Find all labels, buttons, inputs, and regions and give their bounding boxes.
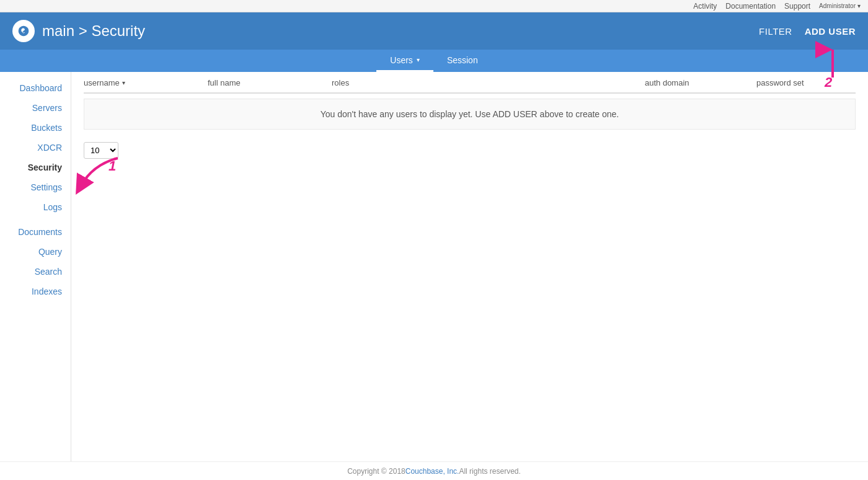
sidebar-item-buckets[interactable]: Buckets <box>0 118 71 138</box>
admin-chevron: ▾ <box>857 2 861 9</box>
footer-copyright: Copyright © 2018 <box>347 467 405 476</box>
col-header-username[interactable]: username ▾ <box>84 78 208 87</box>
documentation-link[interactable]: Documentation <box>725 2 776 11</box>
sidebar-item-xdcr[interactable]: XDCR <box>0 138 71 158</box>
users-table-container: username ▾ full name roles auth domain p… <box>71 72 868 130</box>
header-title: main > Security <box>42 22 145 40</box>
sub-nav: Users ▾ Session <box>0 50 868 72</box>
header-left: main > Security <box>12 20 145 42</box>
empty-message: You don't have any users to display yet.… <box>84 99 856 130</box>
col-header-roles: roles <box>332 78 645 87</box>
per-page-select[interactable]: 10 20 50 100 <box>84 142 118 159</box>
logo-icon[interactable] <box>12 20 35 42</box>
tab-session[interactable]: Session <box>433 50 492 72</box>
admin-dropdown[interactable]: Administrator ▾ <box>819 2 861 9</box>
activity-link[interactable]: Activity <box>693 2 717 11</box>
username-sort-arrow: ▾ <box>122 79 125 86</box>
header-main: main <box>42 22 74 39</box>
footer-rights: All rights reserved. <box>459 467 520 476</box>
main-layout: Dashboard Servers Buckets XDCR Security … <box>0 72 868 461</box>
col-header-fullname: full name <box>208 78 332 87</box>
table-header: username ▾ full name roles auth domain p… <box>84 72 856 94</box>
sidebar-item-settings[interactable]: Settings <box>0 177 71 197</box>
sidebar-item-logs[interactable]: Logs <box>0 197 71 217</box>
sidebar-item-documents[interactable]: Documents <box>0 222 71 242</box>
sidebar-item-security[interactable]: Security <box>0 158 71 177</box>
sidebar-item-servers[interactable]: Servers <box>0 98 71 118</box>
support-link[interactable]: Support <box>784 2 810 11</box>
page-wrapper: Activity Documentation Support Administr… <box>0 0 868 480</box>
add-user-button[interactable]: ADD USER <box>805 26 856 37</box>
header-section: Security <box>91 22 145 39</box>
tab-users-label: Users <box>390 55 413 65</box>
app-header: main > Security FILTER ADD USER <box>0 12 868 50</box>
sidebar-item-dashboard[interactable]: Dashboard <box>0 78 71 98</box>
col-header-passwordset: password set <box>756 78 856 87</box>
header-right: FILTER ADD USER <box>759 26 856 37</box>
footer-company-link[interactable]: Couchbase, Inc. <box>405 467 459 476</box>
sidebar-item-search[interactable]: Search <box>0 262 71 282</box>
tab-session-label: Session <box>447 55 478 65</box>
sidebar-item-query[interactable]: Query <box>0 242 71 262</box>
filter-button[interactable]: FILTER <box>759 26 792 37</box>
tab-users[interactable]: Users ▾ <box>376 50 433 72</box>
admin-label: Administrator <box>819 2 856 9</box>
col-header-authdomain: auth domain <box>645 78 756 87</box>
footer: Copyright © 2018 Couchbase, Inc. All rig… <box>0 461 868 480</box>
tab-users-chevron: ▾ <box>417 56 420 63</box>
top-bar: Activity Documentation Support Administr… <box>0 0 868 12</box>
sidebar: Dashboard Servers Buckets XDCR Security … <box>0 72 71 461</box>
sidebar-item-indexes[interactable]: Indexes <box>0 282 71 301</box>
main-content: username ▾ full name roles auth domain p… <box>71 72 868 461</box>
pagination-area: 10 20 50 100 <box>71 135 868 166</box>
